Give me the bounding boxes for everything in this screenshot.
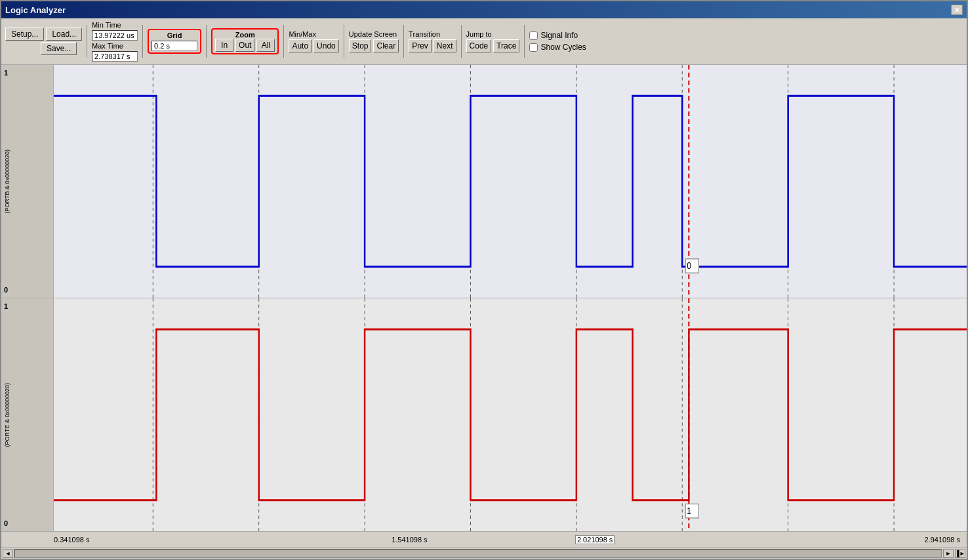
update-group: Update Screen Stop Clear	[349, 30, 399, 52]
max-time-label: Max Time	[92, 42, 123, 50]
file-group: Setup... Load... Save...	[5, 28, 82, 55]
checkbox-group: Signal Info Show Cycles	[529, 31, 586, 52]
window-title: Logic Analyzer	[5, 5, 66, 15]
scroll-track[interactable]	[14, 549, 942, 558]
zoom-label: Zoom	[235, 31, 255, 39]
zoom-all-button[interactable]: All	[256, 39, 275, 52]
file-row2: Save...	[5, 42, 82, 55]
code-button[interactable]: Code	[466, 39, 492, 52]
ch2-scale-high: 1	[4, 302, 50, 310]
signal-info-label: Signal Info	[540, 31, 578, 40]
prev-button[interactable]: Prev	[409, 39, 432, 52]
jump-group: Jump to Code Trace	[466, 30, 520, 52]
title-bar: Logic Analyzer ✕	[1, 1, 967, 18]
scroll-left-button[interactable]: ◄	[3, 549, 13, 558]
update-btn-row: Stop Clear	[349, 39, 399, 52]
jump-btn-row: Code Trace	[466, 39, 520, 52]
close-button[interactable]: ✕	[951, 5, 963, 15]
transition-label-row: Transition	[409, 30, 456, 38]
time-group: Min Time 13.97222 us Max Time 2.738317 s	[92, 21, 138, 62]
jump-label-row: Jump to	[466, 30, 520, 38]
svg-text:1: 1	[687, 506, 691, 516]
sep1	[87, 25, 87, 58]
ch1-scale-low: 0	[4, 286, 50, 294]
load-button[interactable]: Load...	[46, 28, 82, 41]
zoom-buttons: In Out All	[215, 39, 275, 52]
zoom-in-button[interactable]: In	[215, 39, 233, 52]
main-area: 1 (PORTB & 0x00000020) 0	[1, 65, 967, 559]
minmax-btn-row: Auto Undo	[289, 39, 338, 52]
setup-button[interactable]: Setup...	[5, 28, 44, 41]
min-time-value-row: 13.97222 us	[92, 30, 138, 41]
auto-button[interactable]: Auto	[289, 39, 312, 52]
sep2	[142, 25, 143, 58]
clear-button[interactable]: Clear	[373, 39, 399, 52]
show-cycles-label: Show Cycles	[540, 43, 586, 52]
trace-button[interactable]: Trace	[493, 39, 519, 52]
transition-btn-row: Prev Next	[409, 39, 456, 52]
sep5	[344, 25, 344, 58]
scrollbar-area: ◄ ► ▐►	[1, 547, 967, 559]
minmax-group: Min/Max Auto Undo	[289, 30, 338, 52]
max-time-row: Max Time	[92, 42, 138, 50]
time-label-2: 1.541098 s	[392, 536, 427, 544]
minmax-label: Min/Max	[289, 30, 316, 38]
grid-group: Grid 0.2 s	[148, 29, 201, 54]
min-time-value: 13.97222 us	[92, 30, 138, 41]
channels-container: 1 (PORTB & 0x00000020) 0	[1, 65, 967, 531]
file-row1: Setup... Load...	[5, 28, 82, 41]
ch2-canvas[interactable]: 1	[54, 298, 967, 531]
undo-button[interactable]: Undo	[313, 39, 339, 52]
show-cycles-row: Show Cycles	[529, 43, 586, 52]
time-label-cursor: 2.021098 s	[575, 535, 615, 544]
ch1-label: (PORTB & 0x00000020)	[4, 150, 50, 213]
max-time-value-row: 2.738317 s	[92, 51, 138, 62]
scroll-end-button[interactable]: ▐►	[955, 549, 965, 558]
time-label-1: 0.341098 s	[54, 536, 89, 544]
signal-info-checkbox[interactable]	[529, 31, 538, 40]
sep3	[206, 25, 207, 58]
minmax-label-row: Min/Max	[289, 30, 338, 38]
update-label-row: Update Screen	[349, 30, 399, 38]
main-window: Logic Analyzer ✕ Setup... Load... Save..…	[0, 0, 968, 560]
sep6	[403, 25, 404, 58]
transition-label: Transition	[409, 30, 440, 38]
next-button[interactable]: Next	[434, 39, 456, 52]
ch2-waveform: 1	[54, 298, 967, 531]
max-time-value: 2.738317 s	[92, 51, 138, 62]
zoom-group: Zoom In Out All	[211, 28, 279, 54]
sep7	[461, 25, 462, 58]
toolbar: Setup... Load... Save... Min Time 13.972…	[1, 18, 967, 65]
channel-2-row: 1 (PORTE & 0x00000020) 0	[1, 298, 967, 531]
ch1-canvas[interactable]: 0	[54, 65, 967, 298]
grid-label: Grid	[167, 31, 182, 39]
ch2-label-area: 1 (PORTE & 0x00000020) 0	[1, 298, 54, 531]
sep4	[283, 25, 284, 58]
channel-1-row: 1 (PORTB & 0x00000020) 0	[1, 65, 967, 298]
sep8	[524, 25, 525, 58]
min-time-row: Min Time	[92, 21, 138, 29]
ch1-label-area: 1 (PORTB & 0x00000020) 0	[1, 65, 54, 298]
min-time-label: Min Time	[92, 21, 121, 29]
ch1-waveform: 0	[54, 65, 967, 298]
title-bar-buttons: ✕	[951, 5, 963, 15]
signal-info-row: Signal Info	[529, 31, 586, 40]
zoom-out-button[interactable]: Out	[235, 39, 254, 52]
show-cycles-checkbox[interactable]	[529, 43, 538, 52]
ch2-label: (PORTE & 0x00000020)	[4, 383, 50, 447]
stop-button[interactable]: Stop	[349, 39, 372, 52]
ch1-scale-high: 1	[4, 69, 50, 77]
time-labels-row: 0.341098 s 1.541098 s 2.021098 s 2.94109…	[1, 531, 967, 547]
svg-text:0: 0	[687, 260, 691, 271]
ch2-scale-low: 0	[4, 519, 50, 527]
grid-value: 0.2 s	[151, 41, 197, 51]
time-label-4: 2.941098 s	[925, 536, 960, 544]
update-screen-label: Update Screen	[349, 30, 397, 38]
jump-label: Jump to	[466, 30, 492, 38]
transition-group: Transition Prev Next	[409, 30, 456, 52]
save-button[interactable]: Save...	[41, 42, 77, 55]
scroll-right-button[interactable]: ►	[943, 549, 954, 558]
